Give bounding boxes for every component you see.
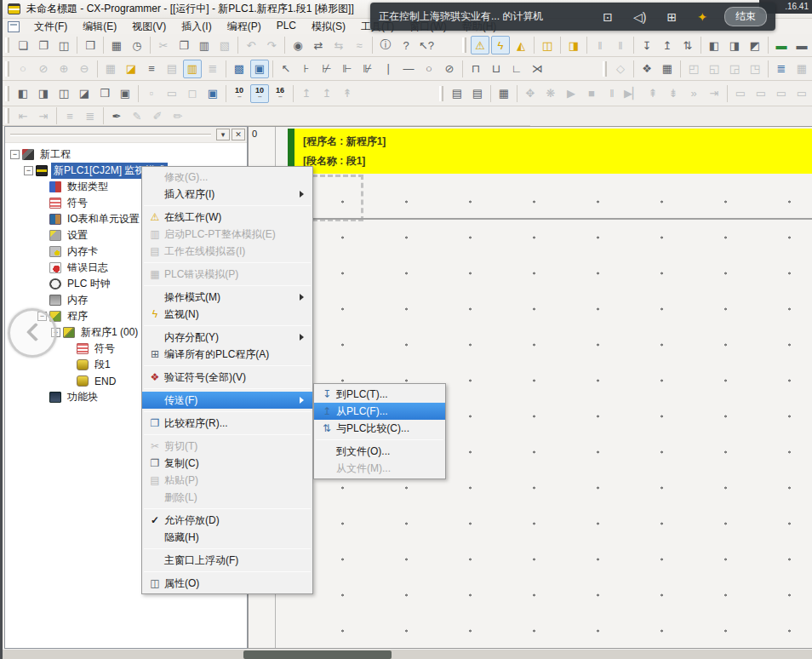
menu-item--plc-f-[interactable]: ↥从PLC(F)...: [314, 403, 445, 420]
mnemonic-view-icon[interactable]: ▩: [230, 60, 249, 78]
tree-item--[interactable]: −新工程: [5, 146, 247, 163]
force-set-icon[interactable]: ↥: [317, 84, 336, 103]
compare-files-icon[interactable]: ❒: [81, 36, 100, 54]
find-online-icon[interactable]: ◭: [512, 36, 530, 54]
menu-item--plc-a-[interactable]: ⊞编译所有的PLC程序(A): [142, 346, 312, 363]
zoom-cut-icon[interactable]: ⊘: [34, 60, 53, 78]
tree-expand-icon[interactable]: −: [24, 166, 33, 175]
workspace-drag-handle[interactable]: [10, 134, 211, 136]
paste-special-icon[interactable]: ▧: [215, 36, 234, 54]
section-list-icon[interactable]: ▦: [658, 60, 677, 78]
menu-item--plc-pt-e-[interactable]: ▥启动PLC-PT整体模拟(E): [142, 226, 312, 243]
tree-item-label[interactable]: 内存卡: [65, 244, 100, 260]
help-icon[interactable]: ?: [397, 36, 415, 54]
pause-icon[interactable]: ‖: [611, 36, 630, 54]
menu-item--h-[interactable]: 隐藏(H): [142, 529, 312, 546]
rung-comment-icon[interactable]: ≣: [81, 106, 100, 125]
pen-insert-icon[interactable]: ✐: [148, 106, 167, 125]
tree-item-label[interactable]: 段1: [92, 357, 113, 373]
controller-icon[interactable]: ✦: [697, 10, 707, 24]
scrollbar-thumb[interactable]: [243, 650, 392, 659]
pen-delete-icon[interactable]: ✏: [169, 106, 187, 125]
window-3-icon[interactable]: ◲: [725, 60, 744, 78]
zoom-in-icon[interactable]: ⊕: [54, 60, 73, 78]
io-comment-icon[interactable]: ◇: [611, 60, 630, 78]
undo-icon[interactable]: ↶: [242, 36, 260, 54]
zoom-out-icon[interactable]: ⊖: [75, 60, 94, 78]
menu-item--f-[interactable]: 主窗口上浮动(F): [142, 552, 312, 569]
monitor-data-icon[interactable]: ▣: [203, 84, 222, 103]
redo-icon[interactable]: ↷: [262, 36, 281, 54]
work-online-simulator-icon[interactable]: ▤: [448, 84, 466, 103]
force-cancel-icon[interactable]: ◩: [746, 36, 764, 54]
compare-with-plc-icon[interactable]: ⇅: [678, 36, 697, 54]
run-to-end-icon[interactable]: ⇥: [705, 84, 723, 103]
tree-item-label[interactable]: IO表和单元设置: [65, 211, 142, 227]
tree-item-label[interactable]: 新程序1 (00): [78, 324, 140, 341]
open-file-icon[interactable]: ❐: [34, 36, 53, 54]
menu-item--c-[interactable]: ❐复制(C): [142, 455, 312, 472]
contact-nc-icon[interactable]: ⊬: [317, 60, 336, 78]
ct-view-icon[interactable]: ▣: [250, 60, 269, 78]
close-all-icon[interactable]: ▣: [116, 84, 134, 103]
about-icon[interactable]: ⓘ: [376, 36, 395, 54]
differential-monitor-icon[interactable]: ↟: [338, 84, 357, 103]
run-icon[interactable]: ▶: [562, 84, 580, 103]
vertical-line-icon[interactable]: ∣: [379, 60, 397, 78]
function-block-invoke-icon[interactable]: ⊓: [466, 60, 485, 78]
pause-small-icon[interactable]: ‖: [591, 36, 609, 54]
cascade-windows-icon[interactable]: ◨: [34, 84, 53, 103]
tree-item-label[interactable]: 新工程: [37, 146, 73, 163]
new-file-icon[interactable]: ❏: [14, 36, 32, 54]
symbols-view-icon[interactable]: ≣: [772, 60, 791, 78]
watch-4-icon[interactable]: ▭: [792, 84, 811, 103]
paste-icon[interactable]: ▥: [195, 36, 214, 54]
decimal-monitor-icon[interactable]: 10: [230, 84, 249, 103]
menu-2[interactable]: 编辑(E): [75, 18, 124, 36]
scan-run-icon[interactable]: ❋: [541, 84, 560, 103]
menu-item--f-[interactable]: 传送(F): [142, 392, 312, 409]
menu-1[interactable]: 文件(F): [26, 18, 75, 36]
tree-item-label[interactable]: END: [92, 375, 118, 388]
menu-item--t-[interactable]: ✂剪切(T): [142, 438, 312, 455]
menu-item--g-[interactable]: 修改(G)...: [142, 169, 312, 186]
menu-item--m-[interactable]: 从文件(M)...: [314, 460, 445, 477]
grid-icon[interactable]: ▦: [101, 60, 120, 78]
workspace-dropdown-button[interactable]: ▾: [216, 129, 230, 140]
menu-item--r-[interactable]: ❐比较程序(R)...: [142, 415, 312, 432]
window-split-icon[interactable]: ⊞: [667, 10, 678, 24]
contact-or-no-icon[interactable]: ⊩: [338, 60, 357, 78]
context-help-icon[interactable]: ↖?: [417, 36, 436, 54]
tree-item-label[interactable]: PLC 时钟: [65, 276, 113, 292]
menu-item--plc-t-[interactable]: ↧到PLC(T)...: [314, 386, 445, 403]
dim-1-icon[interactable]: ▫: [142, 84, 161, 103]
arrange-icons-icon[interactable]: ❒: [95, 84, 114, 103]
comment-list-icon[interactable]: ≡: [60, 106, 79, 125]
menu-6[interactable]: PLC: [269, 18, 304, 36]
menu-7[interactable]: 模拟(S): [304, 18, 353, 36]
upload-from-plc-icon[interactable]: ↥: [658, 36, 677, 54]
download-to-plc-icon[interactable]: ↧: [638, 36, 656, 54]
menu-5[interactable]: 编程(P): [220, 18, 269, 36]
rung-edit-icon[interactable]: ▤: [163, 60, 181, 78]
print-icon[interactable]: ▦: [107, 36, 126, 54]
set-value-icon[interactable]: ↥: [297, 84, 316, 103]
stop-icon[interactable]: ■: [582, 84, 601, 103]
menu-item--v-[interactable]: ❖验证符号(全部)(V): [142, 369, 312, 386]
watch-window-icon[interactable]: ▬: [792, 36, 811, 54]
pause-run-icon[interactable]: ‖: [603, 84, 621, 103]
step-out-icon[interactable]: ⇟: [664, 84, 683, 103]
online-edit-icon[interactable]: ◫: [538, 36, 557, 54]
tree-item-label[interactable]: 符号: [65, 195, 90, 211]
menu-item--p-[interactable]: ▤粘贴(P): [142, 472, 312, 489]
signed-decimal-monitor-icon[interactable]: 10: [250, 84, 269, 103]
step-in-icon[interactable]: ⇞: [643, 84, 662, 103]
end-session-button[interactable]: 结束: [724, 7, 767, 26]
menu-item--i-[interactable]: ▤工作在线模拟器(I): [142, 243, 312, 260]
sync-transfer-icon[interactable]: ▤: [468, 84, 487, 103]
instruction-icon[interactable]: ⊔: [487, 60, 506, 78]
tree-item-label[interactable]: 符号: [92, 341, 117, 357]
continuous-step-icon[interactable]: »: [684, 84, 703, 103]
outdent-icon[interactable]: ⇤: [14, 106, 32, 125]
menu-item-plc-p-[interactable]: ▦PLC错误模拟(P): [142, 266, 312, 283]
